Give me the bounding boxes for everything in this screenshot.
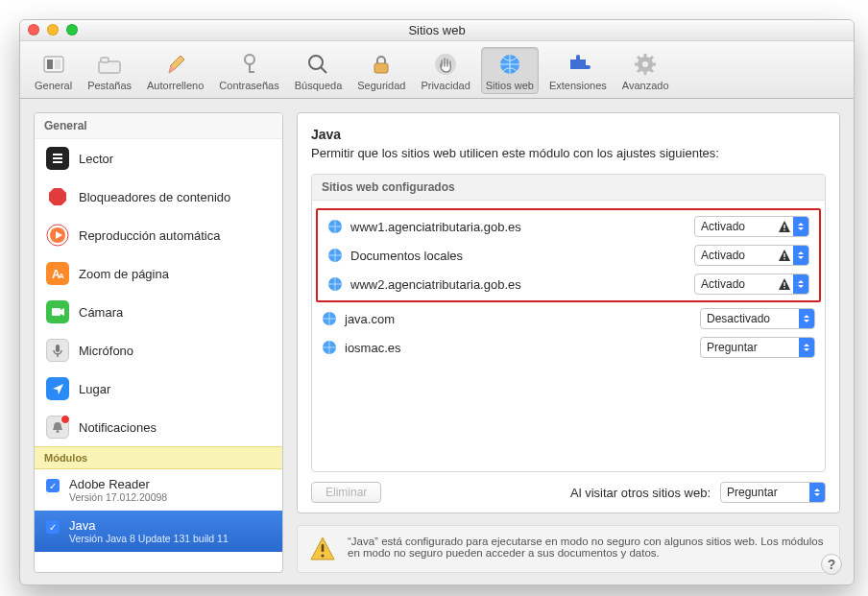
svg-rect-34 <box>56 345 60 352</box>
site-row[interactable]: java.com Desactivado <box>312 304 825 333</box>
site-name: java.com <box>345 312 692 326</box>
tab-privacy[interactable]: Privacidad <box>416 47 474 94</box>
globe-icon <box>496 51 523 78</box>
site-permission-select[interactable]: Desactivado <box>700 308 815 329</box>
tab-general[interactable]: General <box>30 47 77 94</box>
site-permission-select[interactable]: Activado <box>694 245 809 266</box>
mic-icon <box>46 339 69 362</box>
camera-icon <box>46 300 69 323</box>
close-icon[interactable] <box>28 24 39 36</box>
sidebar-item-label: Cámara <box>79 305 123 320</box>
badge-icon <box>60 415 70 424</box>
default-permission-select[interactable]: Preguntar <box>720 482 826 503</box>
warning-text: “Java” está configurado para ejecutarse … <box>348 536 828 559</box>
tab-label: Pestañas <box>87 80 132 91</box>
sidebar-list: Lector Bloqueadores de contenido Reprodu… <box>35 139 282 446</box>
tabs-icon <box>96 51 123 78</box>
svg-point-14 <box>642 61 648 67</box>
switch-icon <box>40 51 67 78</box>
hand-icon <box>432 51 459 78</box>
warning-icon <box>778 220 791 233</box>
help-button[interactable]: ? <box>821 554 842 575</box>
site-permission-select[interactable]: Activado <box>694 216 809 237</box>
site-permission-select[interactable]: Preguntar <box>700 337 815 358</box>
checkbox-icon[interactable]: ✓ <box>46 479 60 492</box>
tab-label: Contraseñas <box>219 80 278 91</box>
configured-sites-box: Sitios web configurados www1.agenciatrib… <box>311 174 826 472</box>
delete-button[interactable]: Eliminar <box>311 482 381 503</box>
checkbox-icon[interactable]: ✓ <box>46 520 60 534</box>
chevron-updown-icon <box>799 309 814 328</box>
site-row[interactable]: www1.agenciatributaria.gob.es Activado <box>318 212 819 241</box>
svg-point-5 <box>245 55 254 64</box>
tab-websites[interactable]: Sitios web <box>481 47 539 94</box>
svg-rect-2 <box>55 60 60 69</box>
titlebar: Sitios web <box>20 20 854 41</box>
site-name: iosmac.es <box>345 341 692 355</box>
site-row[interactable]: www2.agenciatributaria.gob.es Activado <box>318 270 819 298</box>
tab-advanced[interactable]: Avanzado <box>617 47 674 94</box>
svg-rect-45 <box>784 258 784 260</box>
sidebar-item-label: Micrófono <box>79 344 133 358</box>
preferences-window: Sitios web General Pestañas Autorrelleno <box>19 19 855 585</box>
svg-line-21 <box>638 69 640 72</box>
globe-icon <box>327 219 343 234</box>
globe-icon <box>322 340 337 355</box>
site-row[interactable]: Documentos locales Activado <box>318 241 819 270</box>
minimize-icon[interactable] <box>47 24 59 36</box>
warning-icon <box>778 249 791 262</box>
search-icon <box>304 51 331 78</box>
insecure-warning: “Java” está configurado para ejecutarse … <box>297 525 840 573</box>
tab-label: Autorrelleno <box>147 80 204 91</box>
sidebar-item-label: Lugar <box>79 382 110 396</box>
globe-icon <box>327 248 343 263</box>
zoom-icon: AA <box>46 262 69 285</box>
sidebar-item-reader[interactable]: Lector <box>35 139 282 178</box>
svg-rect-1 <box>47 60 53 69</box>
sidebar-item-label: Zoom de página <box>79 267 169 281</box>
tab-tabs[interactable]: Pestañas <box>83 47 136 94</box>
globe-icon <box>327 276 343 292</box>
svg-line-19 <box>638 57 640 60</box>
module-info: Adobe Reader Versión 17.012.20098 <box>69 477 167 503</box>
help-icon: ? <box>828 557 836 572</box>
sidebar-item-blockers[interactable]: Bloqueadores de contenido <box>35 178 282 216</box>
tab-label: General <box>35 80 72 91</box>
tab-extensions[interactable]: Extensiones <box>544 47 612 94</box>
select-value: Activado <box>701 249 745 262</box>
zoom-icon[interactable] <box>66 24 78 36</box>
key-icon <box>236 51 263 78</box>
puzzle-icon <box>565 51 591 78</box>
select-value: Desactivado <box>707 312 770 325</box>
svg-rect-7 <box>249 71 254 73</box>
sidebar-item-autoplay[interactable]: Reproducción automática <box>35 216 282 254</box>
svg-rect-48 <box>784 282 784 286</box>
location-icon <box>46 377 69 400</box>
site-permission-select[interactable]: Activado <box>694 274 809 295</box>
sidebar-item-label: Bloqueadores de contenido <box>79 190 230 204</box>
highlighted-rows: www1.agenciatributaria.gob.es Activado D… <box>316 208 821 302</box>
svg-rect-23 <box>53 154 62 155</box>
select-value: Activado <box>701 277 745 291</box>
sidebar-item-label: Lector <box>79 152 113 166</box>
sidebar-item-mic[interactable]: Micrófono <box>35 331 282 370</box>
tab-search[interactable]: Búsqueda <box>290 47 348 94</box>
globe-icon <box>322 311 337 326</box>
tab-passwords[interactable]: Contraseñas <box>214 47 283 94</box>
sidebar-item-camera[interactable]: Cámara <box>35 293 282 331</box>
module-java[interactable]: ✓ Java Versión Java 8 Update 131 build 1… <box>35 511 282 552</box>
tab-label: Búsqueda <box>295 80 343 91</box>
svg-line-9 <box>321 67 326 73</box>
site-row[interactable]: iosmac.es Preguntar <box>312 333 825 362</box>
chevron-updown-icon <box>793 217 808 236</box>
tab-label: Avanzado <box>622 80 669 91</box>
tab-autofill[interactable]: Autorrelleno <box>142 47 208 94</box>
tab-security[interactable]: Seguridad <box>352 47 410 94</box>
sidebar-item-notifications[interactable]: Notificaciones <box>35 408 282 446</box>
sidebar-item-location[interactable]: Lugar <box>35 370 282 408</box>
sidebar-item-zoom[interactable]: AA Zoom de página <box>35 254 282 293</box>
module-adobe-reader[interactable]: ✓ Adobe Reader Versión 17.012.20098 <box>35 469 282 511</box>
sidebar-general-header: General <box>35 113 282 139</box>
chevron-updown-icon <box>793 246 808 265</box>
chevron-updown-icon <box>809 483 825 502</box>
